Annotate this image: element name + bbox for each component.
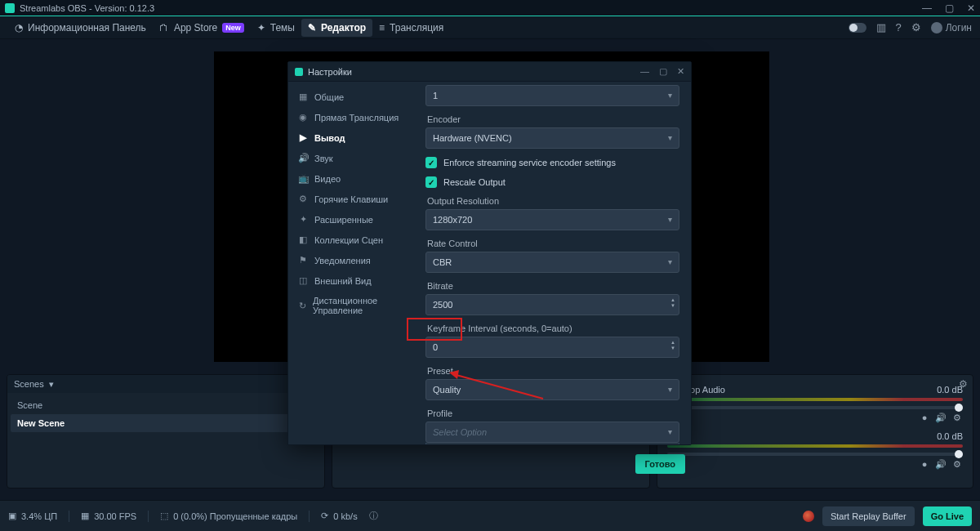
dialog-close-button[interactable]: ✕ (677, 66, 684, 77)
nav-editor-label: Редактор (321, 22, 366, 33)
rate-control-select[interactable]: CBR▾ (425, 252, 679, 273)
preset-select[interactable]: Quality▾ (425, 379, 679, 400)
close-button[interactable]: ✕ (967, 2, 975, 14)
nav-remote[interactable]: ↻Дистанционное Управление (288, 291, 421, 320)
rescale-output-checkbox[interactable]: ✓ Rescale Output (425, 176, 679, 188)
minimize-button[interactable]: — (922, 2, 932, 14)
number-stepper-icon[interactable]: ▲▼ (670, 340, 675, 350)
go-live-button[interactable]: Go Live (923, 506, 972, 526)
encoder-select[interactable]: Hardware (NVENC)▾ (425, 127, 679, 149)
cpu-status: 3.4% ЦП (21, 511, 57, 521)
nav-notifications[interactable]: ⚑Уведомления (288, 250, 421, 270)
remote-icon: ↻ (298, 301, 306, 311)
login-button[interactable]: Логин (931, 22, 972, 33)
track-mute-icon[interactable]: 🔊 (935, 413, 947, 423)
number-stepper-icon[interactable]: ▲▼ (670, 297, 675, 308)
chevron-down-icon: ▾ (668, 385, 672, 394)
profile-select[interactable]: Select Option▾ (425, 422, 679, 443)
nav-scene-collections[interactable]: ◧Коллекции Сцен (288, 230, 421, 250)
stream-icon: ≡ (379, 22, 385, 33)
dropped-status: 0 (0.0%) Пропущенные кадры (173, 511, 297, 521)
nav-audio[interactable]: 🔊Звук (288, 148, 421, 168)
nav-video[interactable]: 📺Видео (288, 168, 421, 189)
bitrate-label: Bitrate (427, 281, 679, 291)
dialog-minimize-button[interactable]: — (640, 66, 649, 77)
nav-themes-label: Темы (270, 22, 295, 33)
audio-track: 0.0 dB ● 🔊 ⚙ (667, 431, 963, 470)
add-scene-icon[interactable]: ▾ (49, 379, 54, 390)
nav-dashboard[interactable]: ◔ Информационная Панель (8, 19, 153, 37)
dialog-logo-icon (295, 68, 303, 76)
appearance-icon: ◫ (298, 275, 308, 286)
track-gear-icon[interactable]: ⚙ (951, 459, 963, 470)
nav-advanced[interactable]: ✦Расширенные (288, 209, 421, 230)
mixer-settings-icon[interactable]: ⚙ (959, 378, 968, 390)
notif-icon: ⚑ (298, 255, 308, 266)
mixer-panel: ⚙ Desktop Audio 0.0 dB ● 🔊 ⚙ 0.0 dB (657, 374, 973, 489)
bitrate-input[interactable]: 2500▲▼ (425, 294, 679, 315)
settings-gear-icon[interactable]: ⚙ (911, 21, 921, 33)
nav-appstore[interactable]: ⛫ App Store New (153, 19, 251, 37)
volume-slider[interactable] (667, 453, 963, 456)
scene-item[interactable]: New Scene (11, 414, 321, 432)
studio-mode-icon[interactable]: ▥ (876, 21, 886, 33)
fps-icon: ▦ (81, 511, 89, 521)
help-icon[interactable]: ? (896, 21, 902, 33)
nav-general[interactable]: ▦Общие (288, 87, 421, 107)
scene-item[interactable]: Scene (11, 396, 321, 414)
output-resolution-select[interactable]: 1280x720▾ (425, 209, 679, 230)
profile-option-high[interactable]: high (426, 443, 679, 444)
track-mute-icon[interactable]: 🔊 (935, 459, 947, 470)
app-logo-icon (5, 3, 15, 13)
nav-appearance[interactable]: ◫Внешний Вид (288, 270, 421, 291)
rescale-label: Rescale Output (443, 177, 506, 187)
track-gear-icon[interactable]: ⚙ (951, 413, 963, 423)
track-record-icon[interactable]: ● (919, 459, 930, 470)
scenes-icon: ◧ (298, 234, 308, 245)
dialog-title: Настройки (308, 67, 352, 77)
keyframe-label: Keyframe Interval (seconds, 0=auto) (427, 324, 679, 333)
dropped-icon: ⬚ (160, 511, 168, 521)
done-button[interactable]: Готово (635, 454, 685, 474)
profile-label: Profile (427, 408, 679, 418)
checkbox-checked-icon: ✓ (425, 176, 437, 188)
nav-appstore-label: App Store (174, 22, 217, 33)
night-mode-toggle[interactable] (849, 23, 866, 33)
chevron-down-icon: ▾ (668, 91, 672, 100)
maximize-button[interactable]: ▢ (945, 2, 954, 14)
chevron-down-icon: ▾ (668, 133, 672, 142)
keyframe-input[interactable]: 0▲▼ (425, 337, 679, 358)
general-icon: ▦ (298, 91, 308, 102)
rate-control-label: Rate Control (427, 239, 679, 248)
output-icon: ▶ (298, 132, 308, 143)
settings-dialog: Настройки — ▢ ✕ ▦Общие ◉Прямая Трансляци… (287, 61, 692, 445)
enforce-encoder-checkbox[interactable]: ✓ Enforce streaming service encoder sett… (425, 157, 679, 168)
audio-tracks-select[interactable]: 1▾ (425, 85, 679, 106)
status-bar: ▣3.4% ЦП ▦30.00 FPS ⬚0 (0.0%) Пропущенны… (0, 500, 980, 531)
bitrate-icon: ⟳ (321, 511, 328, 521)
dialog-maximize-button[interactable]: ▢ (659, 66, 667, 77)
appstore-new-badge: New (222, 23, 244, 33)
dashboard-icon: ◔ (15, 22, 23, 33)
start-replay-button[interactable]: Start Replay Buffer (822, 506, 915, 526)
chevron-down-icon: ▾ (668, 215, 672, 224)
volume-slider[interactable] (667, 406, 963, 409)
nav-hotkeys[interactable]: ⚙Горячие Клавиши (288, 189, 421, 209)
window-titlebar: Streamlabs OBS - Version: 0.12.3 — ▢ ✕ (0, 0, 980, 16)
nav-stream[interactable]: ◉Прямая Трансляция (288, 107, 421, 127)
record-button[interactable] (803, 511, 814, 522)
info-icon[interactable]: ⓘ (369, 510, 378, 522)
track-db: 0.0 dB (937, 431, 963, 441)
track-record-icon[interactable]: ● (919, 413, 930, 423)
main-menubar: ◔ Информационная Панель ⛫ App Store New … (0, 16, 980, 39)
output-settings-form: 1▾ Encoder Hardware (NVENC)▾ ✓ Enforce s… (421, 82, 691, 444)
nav-themes[interactable]: ✦ Темы (251, 19, 301, 37)
nav-editor[interactable]: ✎ Редактор (301, 19, 372, 37)
nav-output[interactable]: ▶Вывод (288, 127, 421, 148)
enforce-label: Enforce streaming service encoder settin… (443, 158, 616, 167)
appstore-icon: ⛫ (159, 22, 169, 33)
nav-stream[interactable]: ≡ Трансляция (372, 19, 450, 37)
dialog-footer: Готово (287, 449, 692, 479)
stream-icon: ◉ (298, 112, 308, 123)
advanced-icon: ✦ (298, 214, 308, 225)
